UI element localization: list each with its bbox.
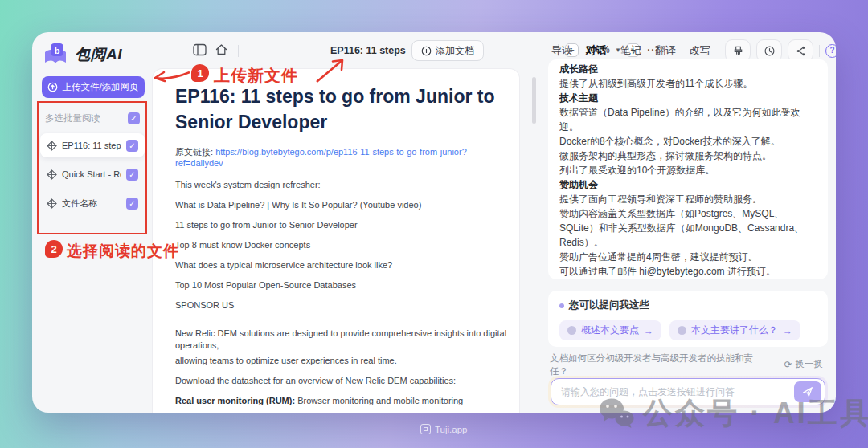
refresh-questions-button[interactable]: ⟳ 换一换: [784, 358, 823, 370]
right-panel-scrollbar[interactable]: [532, 77, 536, 124]
summary-line: 提供了从初级到高级开发者的11个成长步骤。: [559, 76, 817, 91]
ask-title-row: 您可以提问我这些: [559, 299, 817, 312]
step2-badge: 2: [45, 240, 63, 258]
ask-title: 您可以提问我这些: [569, 299, 649, 312]
home-icon[interactable]: [215, 43, 229, 58]
brand-logo: b 包阅AI: [43, 43, 122, 67]
sidebar: b 包阅AI 上传文件/添加网页 多选批量阅读 ✓ EP116: 11 step…: [32, 32, 153, 413]
add-document-label: 添加文档: [436, 44, 474, 58]
chip-avatar-icon: [678, 326, 686, 335]
step2-label: 选择阅读的文件: [67, 241, 179, 262]
summary-line: 提供了面向工程领导和资深工程师的赞助服务。: [559, 192, 817, 206]
upload-button-label: 上传文件/添加网页: [62, 81, 138, 93]
upload-icon: [47, 82, 58, 92]
annotation-highlight-box: [37, 101, 147, 234]
app-window: b 包阅AI 上传文件/添加网页 多选批量阅读 ✓ EP116: 11 step…: [32, 32, 836, 413]
doc-paragraph: What is Data Pipeline? | Why Is It So Po…: [175, 199, 513, 211]
summary-line: 微服务架构的典型形态，探讨微服务架构的特点。: [559, 149, 817, 163]
arrow-right-icon: →: [783, 325, 792, 336]
source-label: 原文链接:: [175, 147, 213, 157]
divider: [238, 45, 239, 57]
tuji-logo-icon: [420, 424, 431, 434]
summary-line: 数据管道（Data Pipeline）的介绍，以及它为何如此受欢迎。: [559, 105, 817, 134]
wechat-watermark: 公众号 · AI工具派: [598, 393, 868, 434]
suggested-question[interactable]: 文档如何区分初级开发者与高级开发者的技能和责任？: [550, 352, 767, 377]
doc-paragraph: Download the datasheet for an overview o…: [175, 375, 513, 387]
doc-paragraph: Top 10 Most Popular Open-Source Database…: [175, 279, 513, 291]
brand-name: 包阅AI: [75, 44, 122, 65]
summary-heading: 技术主题: [559, 91, 817, 105]
summary-heading: 附加信息: [559, 279, 817, 279]
summary-line: 列出了最受欢迎的10个开源数据库。: [559, 163, 817, 177]
source-link-row: 原文链接: https://blog.bytebytego.com/p/ep11…: [175, 146, 505, 168]
document-toolbar: EP116: 11 steps to ... 添加文档 − 100% ▾ + ⋯: [153, 32, 571, 69]
summary-heading: 成长路径: [559, 62, 817, 76]
wechat-icon: [598, 397, 635, 430]
chip-label: 概述本文要点: [581, 324, 639, 337]
bullet-dot-icon: [559, 303, 564, 308]
doc-paragraph: Top 8 must-know Docker concepts: [175, 239, 513, 251]
feature-bold: Real user monitoring (RUM):: [175, 396, 295, 405]
question-chips: 概述本文要点 → 本文主要讲了什么？ →: [559, 320, 817, 340]
plus-circle-icon: [421, 46, 432, 56]
doc-paragraph: New Relic DEM solutions are designed to …: [175, 328, 513, 352]
summary-line: Docker的8个核心概念，对Docker技术的深入了解。: [559, 134, 817, 149]
document-panel: EP116: 11 steps to go from Junior to Sen…: [153, 69, 519, 413]
tuji-watermark-text: Tuji.app: [435, 425, 468, 434]
chip-summarize[interactable]: 概述本文要点 →: [559, 320, 661, 340]
arrow-right-icon: →: [644, 325, 653, 336]
source-url-link[interactable]: https://blog.bytebytego.com/p/ep116-11-s…: [175, 147, 467, 168]
document-title: EP116: 11 steps to go from Junior to Sen…: [175, 83, 516, 135]
doc-paragraph: allowing teams to optimize user experien…: [175, 355, 513, 367]
chip-avatar-icon: [567, 326, 576, 335]
step1-badge: 1: [191, 64, 209, 82]
chip-main-topic[interactable]: 本文主要讲了什么？ →: [669, 320, 800, 340]
doc-paragraph: What does a typical microservice archite…: [175, 259, 513, 271]
doc-paragraph: 11 steps to go from Junior to Senior Dev…: [175, 219, 513, 231]
svg-text:b: b: [55, 46, 60, 55]
right-panel: 成长路径 提供了从初级到高级开发者的11个成长步骤。 技术主题 数据管道（Dat…: [548, 32, 828, 413]
summary-line: 赞助内容涵盖关系型数据库（如Postgres、MySQL、SQLite）和非关系…: [559, 206, 817, 250]
refresh-icon: ⟳: [784, 359, 792, 370]
summary-line: 可以通过电子邮件 hi@bytebytego.com 进行预订。: [559, 264, 817, 279]
sidebar-toggle-icon[interactable]: [193, 43, 207, 58]
add-document-button[interactable]: 添加文档: [411, 40, 484, 61]
doc-paragraph: This week's system design refresher:: [175, 179, 513, 191]
upload-file-button[interactable]: 上传文件/添加网页: [42, 76, 145, 98]
summary-card: 成长路径 提供了从初级到高级开发者的11个成长步骤。 技术主题 数据管道（Dat…: [548, 59, 828, 279]
refresh-label: 换一换: [796, 358, 824, 370]
summary-line: 赞助广告位通常提前4周售罄，建议提前预订。: [559, 250, 817, 264]
document-tab-title[interactable]: EP116: 11 steps to ...: [330, 45, 407, 56]
book-logo-icon: b: [43, 43, 69, 67]
feature-rest: Browser monitoring and mobile monitoring: [295, 396, 463, 405]
chip-label: 本文主要讲了什么？: [691, 324, 778, 337]
step1-label: 上传新文件: [214, 65, 298, 87]
tuji-watermark: Tuji.app: [420, 424, 468, 434]
doc-paragraph: Real user monitoring (RUM): Browser moni…: [175, 395, 513, 407]
summary-heading: 赞助机会: [559, 177, 817, 192]
doc-paragraph: SPONSOR US: [175, 299, 513, 312]
wechat-watermark-text: 公众号 · AI工具派: [643, 393, 868, 434]
ask-suggestions-card: 您可以提问我这些 概述本文要点 → 本文主要讲了什么？ →: [548, 291, 828, 347]
